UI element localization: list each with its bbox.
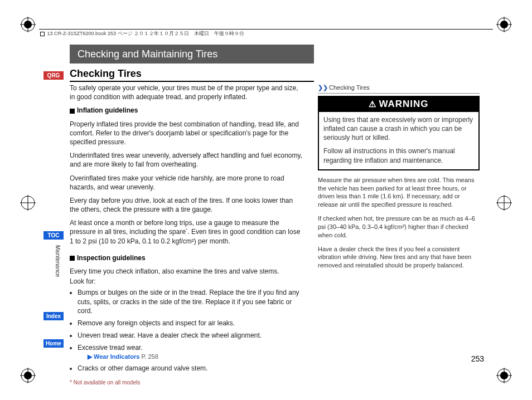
subheading-inspection: Inspection guidelines <box>70 253 304 262</box>
nav-tab-home[interactable]: Home <box>43 339 64 348</box>
square-bullet-icon <box>70 109 75 114</box>
crop-mark-icon <box>496 17 512 32</box>
note-text: Have a dealer check the tires if you fee… <box>318 245 480 270</box>
list-item: Uneven tread wear. Have a dealer check t… <box>78 331 304 340</box>
crop-mark-icon <box>496 368 512 383</box>
sidebar-content: ❯❯Checking Tires ⚠WARNING Using tires th… <box>318 84 480 275</box>
list-item: Remove any foreign objects and inspect f… <box>78 319 304 328</box>
chapter-title: Checking and Maintaining Tires <box>70 45 314 64</box>
subheading-inflation: Inflation guidelines <box>70 106 304 115</box>
body-text: Look for: <box>70 277 304 286</box>
nav-tab-qrg[interactable]: QRG <box>43 71 64 80</box>
body-text: Every time you check inflation, also exa… <box>70 267 304 276</box>
list-item: Bumps or bulges on the side or in the tr… <box>78 288 304 315</box>
body-text: Overinflated tires make your vehicle rid… <box>70 174 304 192</box>
inspection-list: Bumps or bulges on the side or in the tr… <box>70 288 304 373</box>
header-strip-text: 13 CR-Z-31SZT6200.book 253 ページ ２０１２年１０月２… <box>47 31 245 36</box>
crop-mark-icon <box>496 195 512 211</box>
main-content: To safely operate your vehicle, your tir… <box>70 84 304 386</box>
body-text: Properly inflated tires provide the best… <box>70 120 304 147</box>
link-arrow-icon: ▶ <box>88 353 92 360</box>
note-text: Measure the air pressure when tires are … <box>318 176 480 209</box>
body-text: Every day before you drive, look at each… <box>70 196 304 214</box>
list-item: Cracks or other damage around valve stem… <box>78 364 304 373</box>
footnote: * Not available on all models <box>70 379 304 387</box>
side-section-label: Maintenance <box>55 245 61 277</box>
square-bullet-icon <box>70 256 75 261</box>
nav-tab-toc[interactable]: TOC <box>43 231 64 240</box>
warning-text: Follow all instructions in this owner's … <box>323 147 474 164</box>
intro-text: To safely operate your vehicle, your tir… <box>70 84 304 101</box>
crop-mark-icon <box>20 17 36 32</box>
cross-reference-link[interactable]: ▶ Wear Indicators P. 258 <box>88 353 304 361</box>
warning-title: ⚠WARNING <box>319 97 478 112</box>
sidebar-heading: ❯❯Checking Tires <box>318 84 480 94</box>
crop-mark-icon <box>20 195 36 211</box>
warning-text: Using tires that are excessively worn or… <box>323 115 474 143</box>
warning-body: Using tires that are excessively worn or… <box>319 112 478 169</box>
note-block: Measure the air pressure when tires are … <box>318 176 480 270</box>
section-title: Checking Tires <box>70 68 314 82</box>
nav-tab-index[interactable]: Index <box>43 312 64 320</box>
print-header: 13 CR-Z-31SZT6200.book 253 ページ ２０１２年１０月２… <box>39 29 493 37</box>
page-number: 253 <box>471 354 484 363</box>
warning-box: ⚠WARNING Using tires that are excessivel… <box>318 96 480 170</box>
list-item: Excessive tread wear. ▶ Wear Indicators … <box>78 343 304 360</box>
crop-mark-icon <box>20 368 36 383</box>
warning-triangle-icon: ⚠ <box>369 99 376 110</box>
book-icon <box>40 32 45 36</box>
body-text: Underinflated tires wear unevenly, adver… <box>70 151 304 169</box>
note-text: If checked when hot, tire pressure can b… <box>318 214 480 240</box>
body-text: At least once a month or before long tri… <box>70 218 304 246</box>
double-chevron-icon: ❯❯ <box>318 84 328 91</box>
